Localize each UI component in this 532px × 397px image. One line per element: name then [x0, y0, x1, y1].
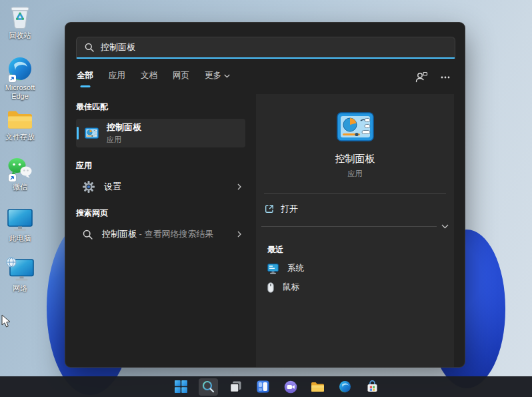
- divider-expand: [261, 224, 449, 229]
- edge-icon: [339, 380, 351, 393]
- shortcut-arrow-badge: [9, 75, 16, 82]
- search-header-icons: [415, 71, 450, 83]
- file-explorer-icon: [311, 381, 325, 393]
- system-icon: [267, 264, 279, 274]
- windows-start-icon: [175, 380, 187, 393]
- this-pc-icon: [7, 206, 33, 232]
- recent-item-mouse[interactable]: 鼠标: [256, 282, 299, 293]
- tab-more[interactable]: 更多: [205, 70, 230, 87]
- best-match-header: 最佳匹配: [76, 101, 245, 113]
- preview-subtitle: 应用: [348, 169, 363, 179]
- preview-pane: 控制面板 应用 打开 最近 系: [256, 94, 454, 367]
- result-settings[interactable]: 设置: [76, 175, 245, 198]
- best-match-title: 控制面板: [107, 121, 141, 133]
- taskbar: [0, 376, 532, 397]
- chevron-right-icon: [237, 183, 241, 190]
- divider: [264, 193, 446, 193]
- tab-web[interactable]: 网页: [173, 70, 189, 87]
- desktop-icon-label: 微信: [13, 183, 27, 191]
- preview-title: 控制面板: [335, 153, 375, 165]
- best-match-result-control-panel[interactable]: 控制面板 应用: [76, 119, 245, 147]
- apps-section-header: 应用: [76, 160, 245, 171]
- chevron-right-icon: [237, 231, 241, 238]
- tab-documents[interactable]: 文档: [141, 70, 157, 87]
- tab-apps[interactable]: 应用: [109, 70, 125, 87]
- web-section-header: 搜索网页: [76, 208, 245, 219]
- open-action[interactable]: 打开: [256, 197, 454, 221]
- result-web-search[interactable]: 控制面板 - 查看网络搜索结果: [76, 223, 245, 246]
- taskbar-search-button[interactable]: [199, 378, 218, 396]
- desktop-icon-label: 文件存放: [5, 133, 35, 141]
- taskbar-start-button[interactable]: [171, 378, 191, 396]
- control-panel-icon: [85, 127, 99, 139]
- wechat-icon: [7, 154, 33, 181]
- desktop-icon-recycle-bin[interactable]: 回收站: [0, 3, 40, 40]
- best-match-subtitle: 应用: [107, 135, 141, 145]
- microsoft-store-icon: [366, 380, 379, 393]
- open-label: 打开: [281, 203, 298, 215]
- taskbar-widgets-button[interactable]: [253, 378, 273, 396]
- desktop-icon-wechat[interactable]: 微信: [0, 154, 40, 191]
- taskbar-chat-button[interactable]: [281, 378, 300, 396]
- taskbar-task-view-button[interactable]: [226, 378, 245, 396]
- recent-item-label: 鼠标: [283, 282, 299, 293]
- desktop-icon-edge[interactable]: Microsoft Edge: [0, 55, 40, 101]
- taskbar-file-explorer-button[interactable]: [308, 378, 327, 396]
- recycle-bin-icon: [9, 3, 31, 29]
- settings-label: 设置: [104, 181, 121, 193]
- settings-gear-icon: [83, 181, 95, 193]
- more-options-icon[interactable]: [441, 76, 450, 79]
- recent-header: 最近: [256, 244, 283, 256]
- folder-icon: [7, 104, 33, 131]
- tab-all[interactable]: 全部: [77, 70, 93, 87]
- search-filter-tabs: 全部 应用 文档 网页 更多: [77, 70, 230, 87]
- mouse-cursor: [1, 314, 11, 328]
- expand-chevron-down-icon[interactable]: [441, 224, 449, 229]
- desktop-icon-label: 网络: [13, 284, 27, 293]
- search-flyout: 控制面板 全部 应用 文档 网页 更多: [65, 22, 465, 368]
- search-icon: [85, 43, 94, 52]
- task-view-icon: [229, 380, 242, 393]
- shortcut-arrow-badge: [9, 174, 16, 181]
- desktop-icon-label: 回收站: [9, 31, 31, 40]
- taskbar-edge-button[interactable]: [335, 378, 355, 396]
- desktop-icon-folder[interactable]: 文件存放: [0, 104, 40, 141]
- network-icon: [6, 256, 34, 282]
- open-external-icon: [265, 204, 274, 214]
- desktop-icon-this-pc[interactable]: 此电脑: [0, 206, 40, 243]
- search-query-text: 控制面板: [101, 41, 135, 53]
- chevron-down-icon: [224, 74, 230, 78]
- widgets-icon: [257, 380, 269, 393]
- search-input[interactable]: 控制面板: [76, 37, 455, 59]
- web-result-suffix: - 查看网络搜索结果: [137, 229, 214, 239]
- taskbar-icons: [171, 376, 382, 397]
- web-result-query: 控制面板: [102, 229, 137, 239]
- recent-item-label: 系统: [287, 263, 304, 274]
- chat-icon: [284, 380, 297, 394]
- account-icon[interactable]: [415, 71, 428, 83]
- desktop-icon-label: 此电脑: [9, 234, 31, 243]
- search-icon: [83, 230, 93, 240]
- taskbar-store-button[interactable]: [363, 378, 382, 396]
- taskbar-search-icon: [202, 380, 215, 393]
- recent-item-system[interactable]: 系统: [256, 263, 304, 274]
- desktop-icon-label: Microsoft Edge: [1, 83, 39, 101]
- search-results-column: 最佳匹配 控制面板 应用 应用: [65, 94, 256, 367]
- control-panel-icon-large: [337, 112, 374, 141]
- edge-icon: [7, 55, 33, 81]
- desktop-icon-network[interactable]: 网络: [0, 256, 40, 293]
- mouse-icon: [267, 282, 274, 293]
